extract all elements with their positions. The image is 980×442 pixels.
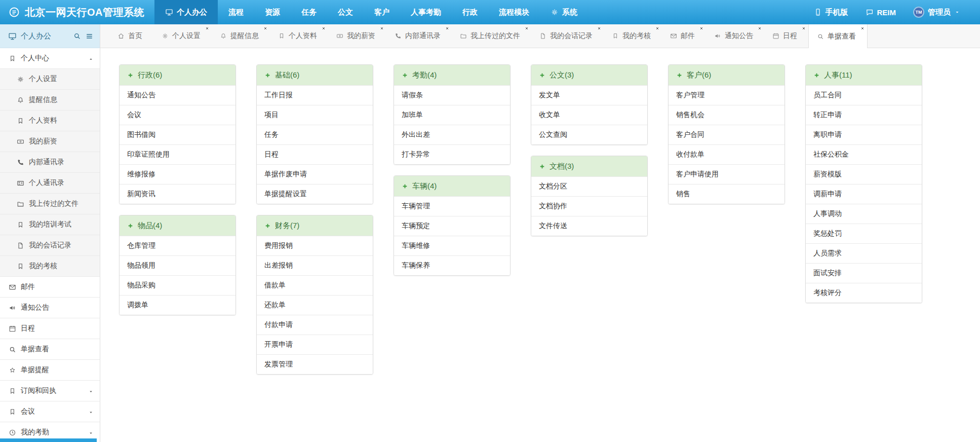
panel-item[interactable]: 维修报修 (120, 164, 236, 184)
panel-item[interactable]: 出差报销 (257, 255, 373, 275)
sidebar-item[interactable]: 个人设置 (0, 69, 100, 90)
topbar-right-item[interactable]: 手机版 (805, 8, 857, 17)
panel-item[interactable]: 通知公告 (120, 85, 236, 105)
panel-item[interactable]: 车辆预定 (394, 216, 510, 236)
tab-日程[interactable]: 日程 (764, 24, 808, 48)
tab-close-icon[interactable] (699, 26, 703, 30)
topnav-item[interactable]: 行政 (452, 0, 488, 24)
panel-item[interactable]: 销售机会 (669, 105, 785, 125)
sidebar-menu-icon[interactable] (85, 32, 94, 41)
tab-我的薪资[interactable]: 我的薪资 (328, 24, 386, 48)
panel-header[interactable]: 公文(3) (531, 65, 647, 85)
topnav-item[interactable]: 公文 (327, 0, 364, 24)
topnav-item[interactable]: 客户 (364, 0, 400, 24)
panel-item[interactable]: 图书借阅 (120, 125, 236, 144)
panel-header[interactable]: 文档(3) (531, 156, 647, 176)
sidebar-item[interactable]: 单据查看 (0, 339, 100, 360)
panel-item[interactable]: 任务 (257, 125, 373, 144)
topnav-item[interactable]: 资源 (254, 0, 291, 24)
sidebar-item[interactable]: 个人通讯录 (0, 173, 100, 194)
topnav-item[interactable]: 流程 (218, 0, 254, 24)
tab-close-icon[interactable] (263, 26, 267, 30)
panel-item[interactable]: 费用报销 (257, 236, 373, 255)
panel-item[interactable]: 请假条 (394, 85, 510, 105)
tab-个人资料[interactable]: 个人资料 (270, 24, 328, 48)
tab-close-icon[interactable] (380, 26, 384, 30)
sidebar-item[interactable]: 我的会话记录 (0, 235, 100, 256)
panel-item[interactable]: 人员需求 (806, 243, 922, 263)
panel-item[interactable]: 仓库管理 (120, 236, 236, 255)
panel-item[interactable]: 薪资模版 (806, 164, 922, 184)
tab-邮件[interactable]: 邮件 (662, 24, 706, 48)
panel-item[interactable]: 日程 (257, 144, 373, 164)
tab-个人设置[interactable]: 个人设置 (153, 24, 212, 48)
panel-item[interactable]: 外出出差 (394, 125, 510, 144)
panel-item[interactable]: 物品领用 (120, 255, 236, 275)
sidebar-item[interactable]: 个人中心 (0, 48, 100, 69)
sidebar-item[interactable]: 我的培训考试 (0, 214, 100, 235)
sidebar-item[interactable]: 日程 (0, 318, 100, 339)
tab-close-icon[interactable] (205, 26, 209, 30)
tab-我的会话记录[interactable]: 我的会话记录 (531, 24, 604, 48)
panel-header[interactable]: 财务(7) (257, 215, 373, 236)
sidebar-search-icon[interactable] (73, 32, 81, 40)
panel-item[interactable]: 收付款单 (669, 144, 785, 164)
panel-item[interactable]: 发票管理 (257, 354, 373, 374)
sidebar-item[interactable]: 我上传过的文件 (0, 194, 100, 214)
panel-item[interactable]: 付款申请 (257, 315, 373, 335)
panel-item[interactable]: 收文单 (531, 105, 647, 125)
panel-item[interactable]: 客户合同 (669, 125, 785, 144)
sidebar-item[interactable]: 订阅和回执 (0, 381, 100, 401)
panel-header[interactable]: 基础(6) (257, 65, 373, 85)
tab-close-icon[interactable] (597, 26, 601, 30)
topbar-right-item[interactable]: TM管理员 (905, 7, 969, 18)
panel-item[interactable]: 开票申请 (257, 335, 373, 354)
tab-我的考核[interactable]: 我的考核 (604, 24, 662, 48)
tab-close-icon[interactable] (802, 26, 806, 30)
panel-item[interactable]: 公文查阅 (531, 125, 647, 144)
panel-item[interactable]: 调薪申请 (806, 184, 922, 204)
tab-close-icon[interactable] (860, 26, 865, 30)
panel-item[interactable]: 项目 (257, 105, 373, 125)
topnav-item[interactable]: 系统 (540, 0, 588, 24)
panel-item[interactable]: 考核评分 (806, 283, 922, 303)
panel-item[interactable]: 调拨单 (120, 295, 236, 315)
panel-item[interactable]: 单据作废申请 (257, 164, 373, 184)
sidebar-item[interactable]: 内部通讯录 (0, 152, 100, 173)
panel-item[interactable]: 车辆保养 (394, 255, 510, 275)
sidebar-item[interactable]: 个人资料 (0, 110, 100, 131)
panel-item[interactable]: 加班单 (394, 105, 510, 125)
sidebar-item[interactable]: 提醒信息 (0, 90, 100, 110)
tab-close-icon[interactable] (322, 26, 326, 30)
panel-item[interactable]: 文档协作 (531, 196, 647, 216)
panel-item[interactable]: 车辆管理 (394, 196, 510, 216)
panel-item[interactable]: 工作日报 (257, 85, 373, 105)
panel-item[interactable]: 印章证照使用 (120, 144, 236, 164)
sidebar-item[interactable]: 会议 (0, 401, 100, 422)
panel-header[interactable]: 行政(6) (120, 65, 236, 85)
panel-item[interactable]: 客户管理 (669, 85, 785, 105)
panel-item[interactable]: 离职申请 (806, 125, 922, 144)
tab-close-icon[interactable] (445, 26, 449, 30)
tab-通知公告[interactable]: 通知公告 (706, 24, 764, 48)
panel-item[interactable]: 单据提醒设置 (257, 184, 373, 204)
topnav-item[interactable]: 流程模块 (488, 0, 540, 24)
tab-我上传过的文件[interactable]: 我上传过的文件 (452, 24, 531, 48)
panel-item[interactable]: 人事调动 (806, 204, 922, 224)
tab-close-icon[interactable] (655, 26, 659, 30)
panel-item[interactable]: 员工合同 (806, 85, 922, 105)
panel-header[interactable]: 人事(11) (806, 65, 922, 85)
tab-close-icon[interactable] (758, 26, 762, 30)
sidebar-item[interactable]: 邮件 (0, 277, 100, 298)
panel-item[interactable]: 客户申请使用 (669, 164, 785, 184)
panel-item[interactable]: 借款单 (257, 275, 373, 295)
panel-item[interactable]: 打卡异常 (394, 144, 510, 164)
panel-header[interactable]: 考勤(4) (394, 65, 510, 85)
panel-item[interactable]: 会议 (120, 105, 236, 125)
sidebar-item[interactable]: 我的考核 (0, 256, 100, 277)
topnav-item[interactable]: 任务 (291, 0, 327, 24)
panel-item[interactable]: 车辆维修 (394, 236, 510, 255)
panel-item[interactable]: 文件传送 (531, 216, 647, 236)
panel-item[interactable]: 社保公积金 (806, 144, 922, 164)
topbar-right-item[interactable]: REIM (857, 8, 905, 17)
